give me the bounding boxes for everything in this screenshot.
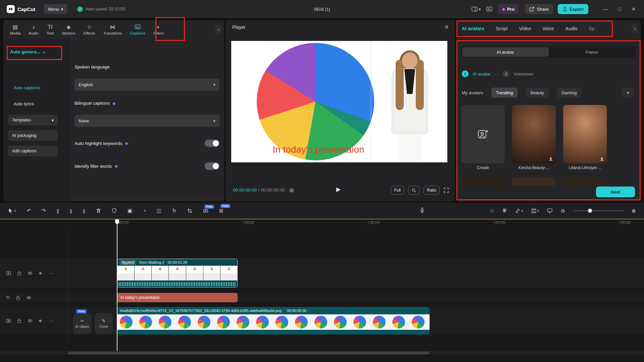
tab-filters[interactable]: ◐ Filters [153, 24, 164, 35]
undo-button[interactable]: ↶ [27, 208, 31, 214]
spoken-language-select[interactable]: English ▾ [75, 79, 219, 91]
panel-layout-icon[interactable]: ▾ [472, 7, 481, 12]
share-button[interactable]: Share [525, 4, 553, 14]
tab-script[interactable]: Script [496, 26, 508, 31]
avatar-card-liliana[interactable]: Liliana-Lifestyle-... [563, 105, 607, 170]
download-icon[interactable] [548, 156, 553, 161]
maximize-button[interactable]: □ [614, 6, 625, 12]
download-icon[interactable] [599, 156, 604, 161]
eye-icon[interactable] [28, 318, 33, 323]
full-screen-toggle[interactable]: Full [391, 186, 404, 195]
tab-effects[interactable]: ☆ Effects [84, 24, 95, 35]
next-button[interactable]: Next [596, 187, 635, 197]
rotate-button[interactable]: ↻ [172, 208, 177, 214]
preview-caption-text[interactable]: In today's presentaion [255, 144, 382, 155]
filter-beauty[interactable]: Beauty [526, 88, 548, 98]
link-select-button[interactable]: ▾ [515, 208, 523, 213]
avatar-thumbnail-partial[interactable] [563, 177, 607, 186]
volume-icon[interactable] [38, 271, 43, 276]
snap-button[interactable] [502, 208, 507, 213]
filter-trending[interactable]: Trending [491, 88, 518, 98]
zoom-slider-knob[interactable] [588, 209, 592, 213]
tab-stickers[interactable]: ◈ Stickers [62, 24, 76, 35]
more-options-icon[interactable]: ⋯ [49, 318, 53, 323]
create-avatar-card[interactable]: Create [461, 105, 505, 170]
split-button[interactable]: ][ [57, 208, 59, 213]
export-button[interactable]: Export [558, 4, 588, 14]
tab-text[interactable]: TI Text [47, 24, 54, 35]
lock-icon[interactable] [17, 318, 22, 323]
sidebar-item-auto-generated[interactable]: Auto genera... ▴ [10, 49, 45, 54]
avatar-thumbnail-partial[interactable] [512, 177, 556, 186]
trim-left-button[interactable]: ]| [70, 208, 72, 213]
mode-tab-ai-avatar[interactable]: AI avatar [462, 47, 549, 57]
pro-button[interactable]: ◆ Pro [498, 4, 519, 14]
zoom-in-button[interactable]: ⊕ [632, 208, 636, 214]
record-voiceover-button[interactable] [419, 207, 425, 213]
filter-my-avatars[interactable]: My avatars [462, 88, 483, 98]
tab-speech-truncated[interactable]: Sp [589, 26, 594, 31]
tab-ai-avatars[interactable]: AI avatars [462, 26, 484, 31]
speed-button[interactable]: ◔ [143, 208, 146, 214]
preview-zoom-button[interactable] [408, 186, 419, 195]
ai-clipper-button[interactable]: ✂ AI clipper [73, 313, 91, 334]
pip-button[interactable]: ▣ [128, 208, 132, 214]
tab-media[interactable]: ▤ Media [10, 24, 20, 35]
mirror-button[interactable]: ◫ [157, 208, 161, 214]
play-button[interactable]: ▶ [336, 186, 341, 193]
auto-highlight-toggle[interactable] [205, 140, 219, 147]
avatar-thumbnail-partial[interactable] [461, 177, 505, 186]
tab-audio[interactable]: ♪ Audio [29, 24, 38, 35]
minimize-button[interactable]: — [600, 6, 611, 12]
sidebar-item-auto-captions[interactable]: Auto captions [14, 85, 40, 90]
filters-expand-button[interactable]: ▾ [622, 88, 634, 98]
timeline-zoom-slider[interactable] [573, 210, 624, 211]
image-clip[interactable]: 64a8d6019c1edf566bc4f719_V2_167596757756… [117, 307, 430, 334]
tab-transitions[interactable]: ⋈ Transitions [103, 24, 122, 35]
text-clip[interactable]: In today's presentaion [117, 293, 238, 302]
eye-icon[interactable] [26, 295, 31, 300]
tab-captions[interactable]: Captions [130, 24, 145, 35]
ai-packaging-button[interactable]: AI packaging [8, 130, 58, 141]
frame-view-icon[interactable]: ▦ [289, 187, 294, 193]
mode-tab-frame[interactable]: Frame [549, 47, 635, 57]
ratio-button[interactable]: Ratio [424, 186, 440, 195]
crop-button[interactable] [187, 208, 192, 213]
add-captions-button[interactable]: Add captions [8, 146, 58, 156]
select-tool[interactable]: ▾ [8, 208, 16, 213]
cover-button[interactable]: ✎ Cover [95, 313, 113, 334]
more-tabs-chevron[interactable]: › [632, 24, 638, 33]
track-options-button[interactable]: ▾ [531, 209, 539, 213]
tab-audio[interactable]: Audio [565, 26, 578, 31]
video-preview[interactable]: In today's presentaion [231, 41, 447, 162]
more-tabs-chevron[interactable]: › [215, 25, 221, 34]
more-options-icon[interactable]: ⋯ [49, 271, 53, 276]
volume-icon[interactable] [38, 318, 43, 323]
eye-icon[interactable] [28, 271, 33, 276]
tab-voice[interactable]: Voice [542, 26, 554, 31]
timeline-ruler[interactable]: 00:00 00:02 00:04 00:06 00:08 [0, 219, 644, 228]
zoom-out-button[interactable]: ⊖ [560, 208, 565, 214]
avatar-video-clip[interactable]: Applied Dom-Walking 2 00:00:01:28 [117, 259, 238, 288]
tab-video[interactable]: Video [519, 26, 531, 31]
playhead[interactable] [117, 219, 117, 351]
keyframe-button[interactable]: ◇ [490, 208, 494, 214]
identify-filler-toggle[interactable] [205, 162, 219, 170]
lock-icon[interactable] [15, 295, 20, 300]
overlay-video-lane[interactable] [0, 259, 644, 288]
timeline-scrollbar[interactable] [0, 351, 644, 355]
insert-clip-button[interactable]: Free ⊞ [219, 208, 224, 214]
sidebar-item-auto-lyrics[interactable]: Auto lyrics [14, 101, 34, 106]
expand-icon[interactable] [444, 188, 449, 193]
mask-button[interactable] [112, 208, 117, 213]
smart-edit-button[interactable]: Free [203, 208, 208, 213]
avatar-card-keisha[interactable]: Keisha-Beauty-... [512, 105, 556, 170]
close-button[interactable]: × [628, 5, 639, 13]
filter-gaming[interactable]: Gaming [557, 88, 582, 98]
player-menu-icon[interactable]: ≡ [445, 24, 448, 31]
lock-icon[interactable] [17, 271, 22, 276]
scrollbar-thumb[interactable] [68, 352, 430, 354]
text-lane[interactable] [0, 293, 644, 302]
delete-button[interactable] [96, 208, 101, 213]
menu-button[interactable]: Menu ▾ [44, 4, 67, 14]
